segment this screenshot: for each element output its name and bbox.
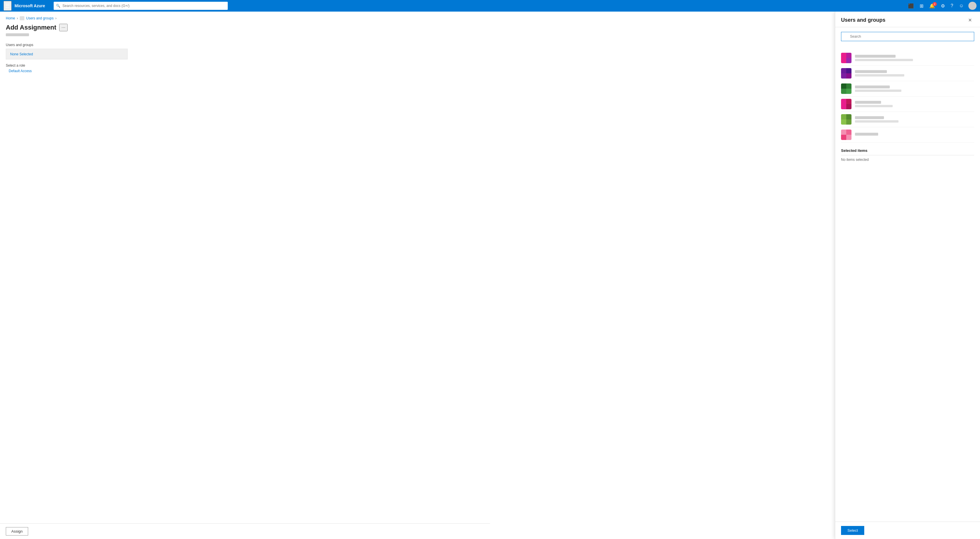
search-icon: 🔍 bbox=[56, 4, 60, 8]
page-menu-btn[interactable]: ··· bbox=[59, 24, 68, 31]
right-panel-footer: Select bbox=[835, 522, 980, 539]
user-item[interactable] bbox=[841, 66, 974, 81]
breadcrumb: Home › Users and groups › bbox=[6, 16, 829, 20]
page-title-row: Add Assignment ··· bbox=[6, 24, 829, 31]
user-item[interactable] bbox=[841, 81, 974, 97]
user-info-6 bbox=[855, 133, 974, 137]
users-groups-label: Users and groups bbox=[6, 43, 829, 47]
user-name-5 bbox=[855, 116, 884, 119]
user-info-3 bbox=[855, 86, 974, 92]
user-name-3 bbox=[855, 86, 890, 89]
user-item[interactable] bbox=[841, 97, 974, 112]
user-name-1 bbox=[855, 55, 896, 58]
user-avatar-1 bbox=[841, 53, 851, 63]
role-label: Select a role bbox=[6, 63, 829, 68]
role-value-row: Default Access bbox=[6, 69, 829, 73]
breadcrumb-sep2: › bbox=[56, 16, 57, 20]
right-panel-title: Users and groups bbox=[841, 17, 885, 23]
user-email-4 bbox=[855, 105, 892, 107]
user-avatar-4 bbox=[841, 99, 851, 109]
brand-name: Microsoft Azure bbox=[14, 3, 45, 8]
right-panel-body: 🔍 bbox=[835, 27, 980, 522]
user-email-1 bbox=[855, 59, 913, 61]
topbar: ☰ Microsoft Azure 🔍 ⬛ ⊞ 🔔 2 ⚙ ? ☺ bbox=[0, 0, 980, 11]
page-title: Add Assignment bbox=[6, 24, 56, 31]
help-btn[interactable]: ? bbox=[948, 2, 956, 10]
breadcrumb-sep1: › bbox=[17, 16, 18, 20]
user-email-5 bbox=[855, 120, 899, 122]
main-wrapper: Home › Users and groups › Add Assignment… bbox=[0, 11, 980, 539]
cloud-shell-btn[interactable]: ⬛ bbox=[906, 2, 916, 10]
user-email-3 bbox=[855, 90, 901, 92]
hamburger-menu[interactable]: ☰ bbox=[3, 1, 12, 11]
user-info-1 bbox=[855, 55, 974, 61]
close-panel-btn[interactable]: ✕ bbox=[966, 16, 974, 24]
user-item[interactable] bbox=[841, 127, 974, 143]
breadcrumb-resource[interactable]: Users and groups bbox=[26, 16, 54, 20]
right-panel: Users and groups ✕ 🔍 bbox=[835, 11, 980, 539]
left-panel: Home › Users and groups › Add Assignment… bbox=[0, 11, 835, 539]
user-avatar-6 bbox=[841, 130, 851, 140]
breadcrumb-home[interactable]: Home bbox=[6, 16, 15, 20]
right-panel-header: Users and groups ✕ bbox=[835, 11, 980, 27]
role-value[interactable]: Default Access bbox=[9, 69, 32, 73]
panel-search-wrapper: 🔍 bbox=[841, 32, 974, 46]
notifications-btn[interactable]: 🔔 2 bbox=[927, 2, 937, 10]
user-avatar-2 bbox=[841, 68, 851, 79]
user-email-2 bbox=[855, 74, 904, 76]
directory-btn[interactable]: ⊞ bbox=[917, 2, 926, 10]
user-name-6 bbox=[855, 133, 878, 136]
resource-icon bbox=[20, 16, 24, 20]
user-info-4 bbox=[855, 101, 974, 107]
user-item[interactable] bbox=[841, 112, 974, 127]
users-groups-field[interactable]: None Selected bbox=[6, 49, 128, 59]
user-info-2 bbox=[855, 70, 974, 76]
user-item[interactable] bbox=[841, 51, 974, 66]
selected-items-label: Selected items bbox=[841, 148, 974, 153]
select-button[interactable]: Select bbox=[841, 526, 864, 535]
user-avatar-5 bbox=[841, 114, 851, 125]
global-search: 🔍 bbox=[54, 2, 228, 10]
user-avatar[interactable] bbox=[968, 2, 977, 10]
user-info-5 bbox=[855, 116, 974, 122]
page-subtitle bbox=[6, 33, 829, 37]
bottom-bar: Assign bbox=[0, 523, 490, 539]
search-input[interactable] bbox=[54, 2, 228, 10]
panel-search-input[interactable] bbox=[841, 32, 974, 41]
user-list bbox=[841, 51, 974, 143]
topbar-actions: ⬛ ⊞ 🔔 2 ⚙ ? ☺ bbox=[906, 2, 977, 10]
notification-badge: 2 bbox=[933, 2, 937, 6]
user-name-4 bbox=[855, 101, 881, 104]
feedback-btn[interactable]: ☺ bbox=[957, 2, 966, 10]
assign-button[interactable]: Assign bbox=[6, 527, 28, 536]
user-avatar-3 bbox=[841, 84, 851, 94]
settings-btn[interactable]: ⚙ bbox=[939, 2, 947, 10]
user-name-2 bbox=[855, 70, 887, 73]
no-items-selected: No items selected bbox=[841, 155, 974, 164]
users-groups-value: None Selected bbox=[10, 52, 33, 56]
